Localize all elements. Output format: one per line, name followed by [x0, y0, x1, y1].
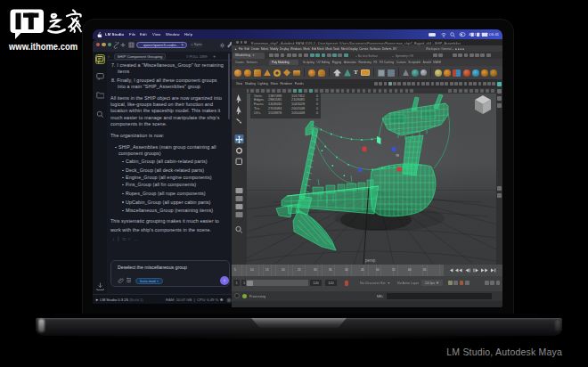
svg-text:persp: persp [365, 258, 376, 263]
svg-text:www.ithome.com: www.ithome.com [8, 41, 78, 52]
svg-text:TR: TR [396, 154, 400, 158]
